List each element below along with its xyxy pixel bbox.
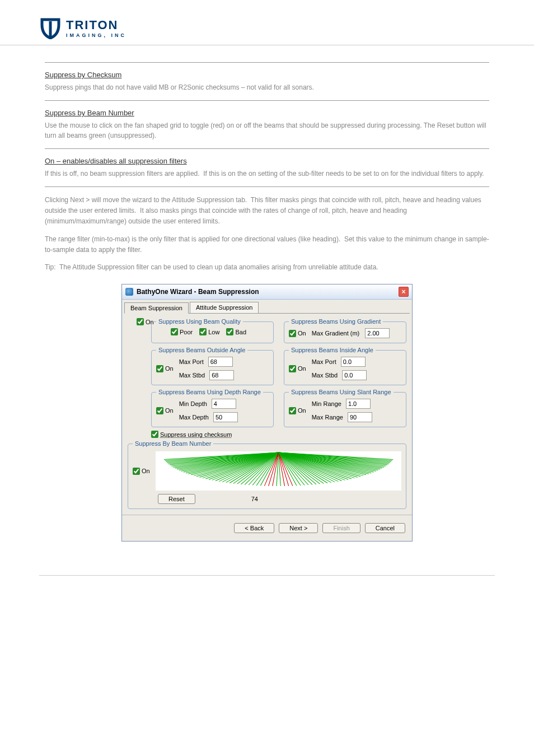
tab-attitude-suppression[interactable]: Attitude Suppression — [190, 302, 259, 313]
logo-shield-icon — [39, 17, 62, 39]
quality-poor[interactable]: Poor — [171, 328, 193, 335]
logo-row: TRITON IMAGING, INC — [0, 11, 534, 45]
divider — [45, 62, 489, 63]
group-legend: Suppress Beams Using Gradient — [289, 318, 383, 325]
inside-stbd-input[interactable] — [342, 370, 367, 380]
section-title: On – enables/disables all suppression fi… — [45, 157, 489, 165]
section-body: Use the mouse to click on the fan shaped… — [45, 120, 489, 141]
app-icon — [125, 288, 133, 296]
finish-button[interactable]: Finish — [322, 523, 360, 533]
gradient-label: Max Gradient (m) — [312, 330, 360, 337]
dialog-title: BathyOne Wizard - Beam Suppression — [137, 288, 259, 296]
section-body: If this is off, no beam suppression filt… — [45, 169, 489, 179]
tab-row: Beam Suppression Attitude Suppression — [122, 300, 412, 313]
tab-beam-suppression[interactable]: Beam Suppression — [124, 302, 189, 314]
logo-subtext: IMAGING, INC — [66, 32, 127, 38]
beam-fan-visualization[interactable] — [156, 451, 401, 491]
gradient-on[interactable]: On — [289, 330, 306, 337]
footer-divider — [39, 575, 495, 576]
group-depth-range: Suppress Beams Using Depth Range On Min … — [151, 389, 274, 427]
back-button[interactable]: < Back — [234, 523, 274, 533]
section-title: Suppress by Beam Number — [45, 109, 489, 117]
next-button[interactable]: Next > — [279, 523, 318, 533]
paragraph: Clicking Next > will move the wizard to … — [45, 195, 489, 227]
slant-min-input[interactable] — [346, 399, 371, 409]
group-legend: Suppress Beams Using Depth Range — [156, 389, 263, 395]
section-body: Suppress pings that do not have valid MB… — [45, 82, 489, 92]
checksum-checkbox[interactable]: Suppress using checksum — [151, 431, 232, 438]
group-legend: Suppress Beams Outside Angle — [156, 347, 247, 353]
depth-on[interactable]: On — [156, 407, 174, 414]
group-legend: Suppress Using Beam Quality — [156, 318, 243, 325]
quality-bad[interactable]: Bad — [226, 328, 246, 335]
group-gradient: Suppress Beams Using Gradient On Max Gra… — [284, 318, 406, 343]
logo-name: TRITON — [66, 18, 127, 32]
divider — [45, 186, 489, 187]
reset-button[interactable]: Reset — [158, 494, 195, 504]
inside-port-input[interactable] — [341, 357, 366, 367]
divider — [45, 148, 489, 149]
checksum-label: Suppress using checksum — [160, 431, 232, 438]
section-title: Suppress by Checksum — [45, 71, 489, 79]
quality-low[interactable]: Low — [199, 328, 219, 335]
wizard-dialog: BathyOne Wizard - Beam Suppression × Bea… — [121, 284, 413, 542]
cancel-button[interactable]: Cancel — [365, 523, 405, 533]
outside-stbd-input[interactable] — [209, 370, 234, 380]
outside-port-input[interactable] — [208, 357, 233, 367]
beam-count: 74 — [251, 496, 258, 502]
group-beam-number: Suppress By Beam Number On Reset 74 — [128, 440, 406, 509]
close-button[interactable]: × — [399, 287, 409, 297]
depth-max-input[interactable] — [213, 412, 238, 422]
inside-on[interactable]: On — [289, 365, 306, 372]
group-quality: Suppress Using Beam Quality Poor Low Bad — [151, 318, 274, 343]
page: TRITON IMAGING, INC Suppress by Checksum… — [0, 11, 534, 576]
depth-min-input[interactable] — [212, 399, 236, 409]
wizard-nav: < Back Next > Finish Cancel — [122, 515, 412, 541]
slant-on[interactable]: On — [289, 407, 306, 414]
group-outside-angle: Suppress Beams Outside Angle On Max Port… — [151, 347, 274, 385]
doc-content: Suppress by Checksum Suppress pings that… — [0, 62, 534, 542]
gradient-input[interactable] — [365, 328, 390, 338]
tab-panel: On Suppress Using Beam Quality Poor Low … — [124, 313, 410, 511]
paragraph: Tip: The Attitude Suppression filter can… — [45, 262, 489, 273]
divider — [45, 100, 489, 101]
titlebar: BathyOne Wizard - Beam Suppression × — [122, 284, 412, 300]
slant-max-input[interactable] — [348, 412, 372, 422]
group-legend: Suppress By Beam Number — [133, 440, 213, 447]
group-inside-angle: Suppress Beams Inside Angle On Max Port … — [284, 347, 406, 385]
outside-on[interactable]: On — [156, 365, 174, 372]
close-icon: × — [401, 288, 405, 296]
group-legend: Suppress Beams Inside Angle — [289, 347, 376, 353]
beamnum-on[interactable]: On — [133, 468, 150, 475]
master-on-input[interactable] — [137, 318, 144, 325]
paragraph: The range filter (min-to-max) is the onl… — [45, 234, 489, 255]
group-legend: Suppress Beams Using Slant Range — [289, 389, 394, 395]
group-slant-range: Suppress Beams Using Slant Range On Min … — [284, 389, 406, 427]
